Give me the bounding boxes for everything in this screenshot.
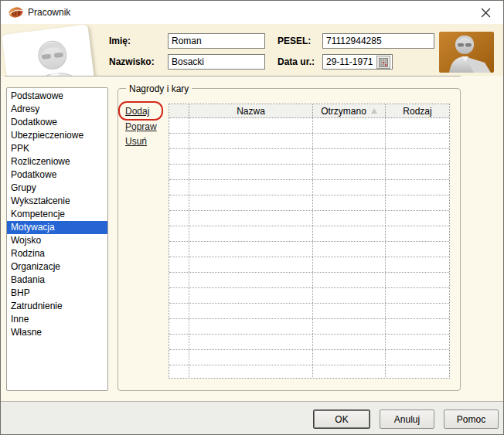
edit-link[interactable]: Popraw [125, 121, 157, 132]
table-cell [169, 118, 189, 133]
table-row [169, 304, 449, 319]
birth-date-label: Data ur.: [278, 56, 315, 67]
table-cell [386, 273, 449, 287]
ok-button[interactable]: OK [313, 410, 370, 429]
table-row [169, 273, 449, 288]
table-cell [386, 335, 449, 349]
column-header-nazwa[interactable]: Nazwa [189, 104, 313, 117]
table-cell [313, 165, 386, 179]
table-cell [313, 226, 386, 241]
table-cell [169, 304, 189, 318]
table-cell [386, 134, 449, 148]
table-cell [386, 149, 449, 164]
table-cell [386, 319, 449, 334]
table-cell [169, 365, 189, 379]
groupbox-title: Nagrody i kary [126, 83, 192, 94]
table-row [169, 242, 449, 257]
sidebar-item-podatkowe[interactable]: Podatkowe [7, 168, 107, 182]
table-cell [313, 319, 386, 334]
table-cell [169, 211, 189, 226]
id-card-image [2, 24, 96, 76]
table-cell [386, 226, 449, 241]
pesel-label: PESEL: [278, 36, 311, 46]
sidebar-item-podstawowe[interactable]: Podstawowe [7, 90, 107, 103]
sidebar-item-rozliczeniowe[interactable]: Rozliczeniowe [7, 155, 107, 168]
sidebar-item-wlasne[interactable]: Własne [7, 326, 107, 339]
title-bar: GT Pracownik [1, 1, 503, 24]
sidebar-item-inne[interactable]: Inne [7, 313, 107, 326]
sidebar-list[interactable]: PodstawoweAdresyDodatkoweUbezpieczeniowe… [6, 87, 108, 391]
table-cell [169, 149, 189, 164]
sidebar-item-adresy[interactable]: Adresy [7, 103, 107, 116]
sidebar-item-zatrudnienie[interactable]: Zatrudnienie [7, 300, 107, 313]
help-button[interactable]: Pomoc [444, 410, 499, 429]
window-title: Pracownik [28, 7, 70, 18]
table-cell [386, 165, 449, 179]
sidebar-item-motywacja[interactable]: Motywacja [7, 221, 107, 234]
table-cell [189, 365, 313, 379]
table-row [169, 211, 449, 226]
sidebar-item-grupy[interactable]: Grupy [7, 182, 107, 195]
table-cell [169, 319, 189, 334]
sidebar-item-bhp[interactable]: BHP [7, 287, 107, 300]
person-with-glasses-icon [439, 32, 494, 73]
table-cell [313, 304, 386, 318]
calendar-button[interactable] [376, 56, 390, 69]
sidebar-item-wojsko[interactable]: Wojsko [7, 234, 107, 247]
table-cell [189, 257, 313, 272]
table-cell [189, 304, 313, 318]
last-name-input[interactable] [168, 54, 265, 70]
table-cell [313, 195, 386, 210]
sidebar-item-rodzina[interactable]: Rodzina [7, 247, 107, 260]
table-cell [169, 242, 189, 257]
table-cell [313, 149, 386, 164]
first-name-input[interactable] [168, 33, 265, 49]
delete-link[interactable]: Usuń [125, 136, 147, 147]
sidebar-item-ubezpieczeniowe[interactable]: Ubezpieczeniowe [7, 129, 107, 142]
table-cell [313, 350, 386, 365]
column-header-gutter[interactable] [169, 104, 189, 117]
first-name-label: Imię: [109, 36, 131, 46]
table-cell [169, 257, 189, 272]
column-header-rodzaj[interactable]: Rodzaj [386, 104, 449, 117]
table-cell [189, 165, 313, 179]
rewards-table[interactable]: NazwaOtrzymanoRodzaj [169, 104, 450, 379]
table-cell [386, 180, 449, 195]
table-cell [189, 226, 313, 241]
close-button[interactable] [468, 1, 503, 24]
table-cell [189, 335, 313, 349]
table-row [169, 195, 449, 211]
table-cell [313, 365, 386, 379]
table-cell [189, 118, 313, 133]
sidebar-item-badania[interactable]: Badania [7, 274, 107, 287]
person-silhouette-card-icon [2, 24, 96, 76]
sidebar-item-kompetencje[interactable]: Kompetencje [7, 208, 107, 221]
table-cell [386, 288, 449, 303]
cancel-button[interactable]: Anuluj [380, 410, 434, 429]
sidebar-item-ppk[interactable]: PPK [7, 142, 107, 155]
table-cell [189, 195, 313, 210]
table-header-row: NazwaOtrzymanoRodzaj [169, 104, 449, 118]
table-cell [313, 288, 386, 303]
table-cell [386, 118, 449, 133]
pesel-input[interactable] [322, 33, 434, 49]
app-logo-icon: GT [9, 6, 23, 19]
table-cell [169, 335, 189, 349]
table-cell [189, 288, 313, 303]
table-cell [386, 211, 449, 226]
table-cell [189, 319, 313, 334]
column-header-otrzymano[interactable]: Otrzymano [313, 104, 386, 117]
table-row [169, 257, 449, 273]
sidebar-item-dodatkowe[interactable]: Dodatkowe [7, 116, 107, 129]
sidebar-item-wyksztalcenie[interactable]: Wykształcenie [7, 195, 107, 208]
sidebar-item-organizacje[interactable]: Organizacje [7, 260, 107, 274]
table-cell [386, 350, 449, 365]
table-cell [386, 365, 449, 379]
table-cell [169, 180, 189, 195]
table-cell [313, 180, 386, 195]
table-cell [189, 211, 313, 226]
close-icon [481, 8, 491, 18]
table-cell [189, 149, 313, 164]
calendar-icon [379, 58, 388, 67]
table-cell [313, 211, 386, 226]
